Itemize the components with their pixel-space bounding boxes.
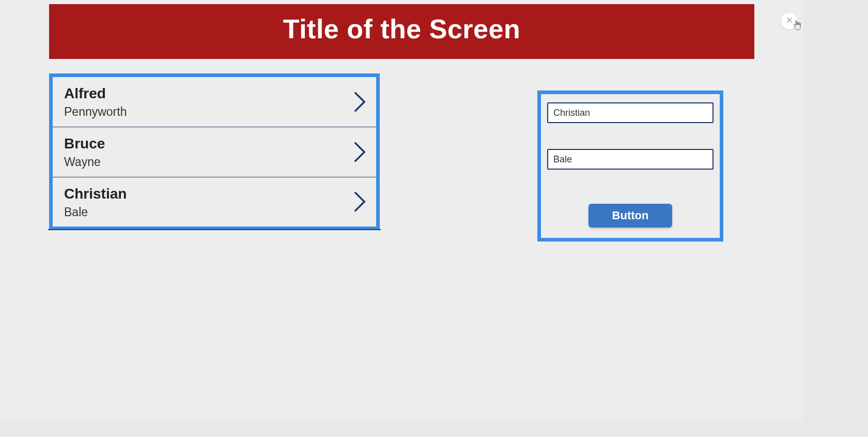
close-button[interactable]	[781, 13, 798, 29]
page-title: Title of the Screen	[49, 13, 754, 44]
list-item[interactable]: Bruce Wayne	[53, 127, 376, 177]
submit-button[interactable]: Button	[588, 204, 673, 228]
chevron-right-icon	[352, 90, 367, 114]
content-area: Alfred Pennyworth Bruce Wayne Christia	[49, 73, 754, 404]
form-panel: Button	[537, 91, 723, 242]
close-icon	[786, 17, 793, 26]
first-name-input[interactable]	[547, 102, 714, 123]
last-name-input[interactable]	[547, 149, 714, 170]
people-list-panel: Alfred Pennyworth Bruce Wayne Christia	[49, 73, 380, 230]
first-name: Christian	[64, 185, 127, 203]
chevron-right-icon	[352, 140, 367, 164]
page-header: Title of the Screen	[49, 4, 754, 59]
list-bottom-rule	[48, 229, 381, 230]
first-name: Bruce	[64, 134, 105, 153]
list-item[interactable]: Alfred Pennyworth	[53, 77, 376, 127]
last-name: Pennyworth	[64, 104, 127, 119]
last-name: Wayne	[64, 155, 105, 170]
first-name: Alfred	[64, 84, 127, 102]
last-name: Bale	[64, 205, 127, 220]
list-item-text: Bruce Wayne	[64, 134, 105, 170]
list-item[interactable]: Christian Bale	[53, 177, 376, 227]
page-container: Title of the Screen Alfred Pennyworth Br…	[0, 0, 803, 421]
list-item-text: Christian Bale	[64, 185, 127, 220]
button-row: Button	[547, 204, 714, 228]
list-item-text: Alfred Pennyworth	[64, 84, 127, 119]
chevron-right-icon	[352, 190, 367, 214]
